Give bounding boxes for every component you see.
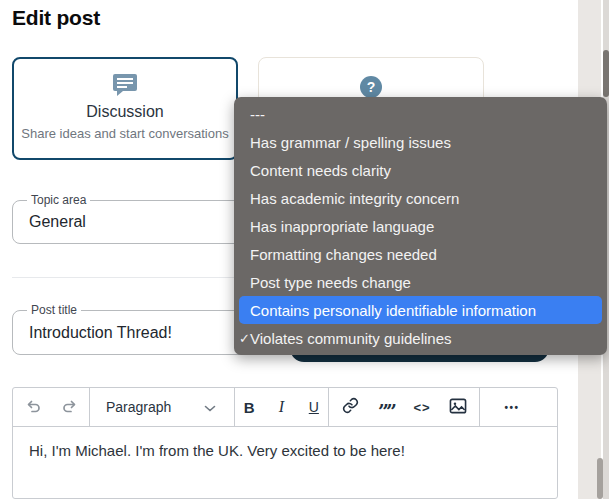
page-title: Edit post <box>12 6 100 30</box>
italic-button[interactable]: I <box>267 392 295 422</box>
insert-image-button[interactable] <box>443 392 473 422</box>
blockquote-button[interactable]: ”” <box>371 392 401 422</box>
menu-item-label: Post type needs change <box>250 274 411 291</box>
undo-icon <box>25 398 42 417</box>
topic-area-label: Topic area <box>27 193 90 207</box>
post-title-value: Introduction Thread! <box>29 324 172 342</box>
menu-item[interactable]: Contains personally identifiable informa… <box>239 296 602 324</box>
dropdown-menu: ---Has grammar / spelling issuesContent … <box>234 97 607 355</box>
edit-post-page: Edit post Discussion Share ideas and sta… <box>0 0 609 499</box>
menu-item-label: Violates community guidelines <box>250 330 452 347</box>
chevron-down-icon <box>204 399 216 415</box>
rich-text-editor: Paragraph B I U <box>12 387 558 499</box>
history-group <box>13 388 89 426</box>
menu-item-label: Has academic integrity concern <box>250 190 459 207</box>
post-title-label: Post title <box>27 303 81 317</box>
more-group: ••• <box>480 388 557 426</box>
redo-button[interactable] <box>54 392 84 422</box>
menu-item[interactable]: Has inappropriate language <box>234 212 607 240</box>
question-mark-icon: ? <box>360 76 382 98</box>
menu-item[interactable]: Post type needs change <box>234 268 607 296</box>
link-icon <box>342 397 359 417</box>
menu-item-label: --- <box>250 106 265 123</box>
underline-button[interactable]: U <box>300 392 328 422</box>
menu-item-label: Has grammar / spelling issues <box>250 134 451 151</box>
menu-item[interactable]: ✓Violates community guidelines <box>234 324 607 352</box>
scrollbar-thumb[interactable] <box>597 458 603 499</box>
menu-item-label: Contains personally identifiable informa… <box>250 302 536 319</box>
card-subtitle: Share ideas and start conversations <box>21 126 228 141</box>
menu-item[interactable]: Formatting changes needed <box>234 240 607 268</box>
bold-button[interactable]: B <box>235 392 263 422</box>
card-title: Discussion <box>86 103 163 121</box>
menu-item[interactable]: --- <box>234 100 607 128</box>
code-icon: <> <box>413 400 430 415</box>
text-format-group: B I U <box>235 388 328 426</box>
undo-button[interactable] <box>18 392 48 422</box>
topic-area-value: General <box>29 213 86 231</box>
menu-item[interactable]: Has grammar / spelling issues <box>234 128 607 156</box>
paragraph-style-label: Paragraph <box>106 399 171 415</box>
scrollbar-thumb[interactable] <box>603 50 609 97</box>
paragraph-style-dropdown[interactable]: Paragraph <box>90 388 234 426</box>
menu-item[interactable]: Content needs clarity <box>234 156 607 184</box>
link-button[interactable] <box>335 392 365 422</box>
more-options-button[interactable]: ••• <box>497 392 527 422</box>
menu-item[interactable]: Has academic integrity concern <box>234 184 607 212</box>
quote-icon: ”” <box>378 406 394 416</box>
editor-content[interactable]: Hi, I'm Michael. I'm from the UK. Very e… <box>13 427 557 474</box>
editor-toolbar: Paragraph B I U <box>13 388 557 427</box>
chat-bubble-icon <box>112 73 138 97</box>
checkmark-icon: ✓ <box>239 331 250 346</box>
menu-item-label: Formatting changes needed <box>250 246 437 263</box>
insert-group: ”” <> <box>329 388 479 426</box>
menu-item-label: Has inappropriate language <box>250 218 434 235</box>
code-button[interactable]: <> <box>407 392 437 422</box>
image-icon <box>449 398 467 417</box>
post-type-card-discussion[interactable]: Discussion Share ideas and start convers… <box>12 57 238 160</box>
redo-icon <box>61 398 78 417</box>
menu-item-label: Content needs clarity <box>250 162 391 179</box>
